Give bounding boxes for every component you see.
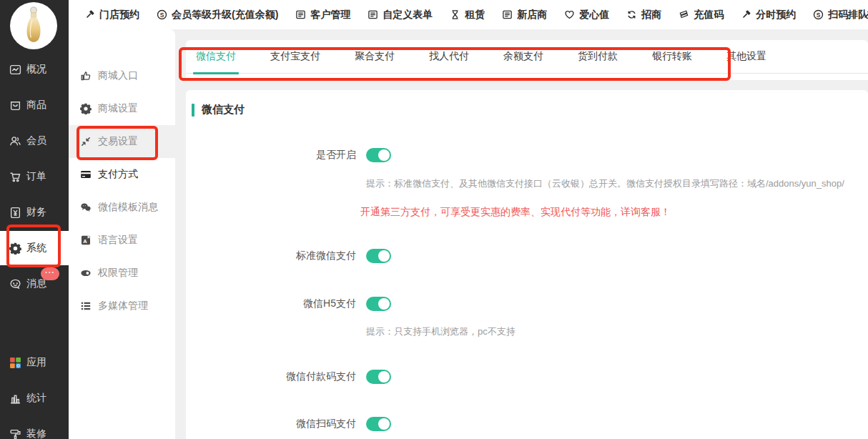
tab-cash-on-delivery[interactable]: 货到付款 <box>575 40 621 74</box>
form-icon <box>502 9 513 20</box>
main-sidebar: 概况 商品 会员 订单 财务 系统 消息 应用 统计 装修 <box>0 0 69 439</box>
section-header: 微信支付 <box>192 103 245 117</box>
wechat-paycode-pay-toggle[interactable] <box>366 370 391 384</box>
submenu-item-language-settings[interactable]: A 语言设置 <box>69 224 175 257</box>
topbar-item-store-booking[interactable]: 门店预约 <box>84 9 139 21</box>
topbar-item-timeslot-booking[interactable]: 分时预约 <box>741 9 796 21</box>
gavel-icon <box>741 9 751 20</box>
tab-wechat-pay[interactable]: 微信支付 <box>193 40 239 74</box>
topbar-item-label: 客户管理 <box>310 9 350 21</box>
s-circle-icon: S <box>157 9 167 20</box>
sidebar-item-label: 应用 <box>26 356 46 369</box>
standard-wechat-pay-toggle[interactable] <box>366 249 391 263</box>
submenu-item-trade-settings[interactable]: 交易设置 <box>69 125 175 158</box>
sidebar-item-overview[interactable]: 概况 <box>0 52 69 87</box>
enable-toggle[interactable] <box>366 148 391 162</box>
wechat-pay-settings-card: 微信支付 是否开启 提示：标准微信支付、及其他微信支付接口（云收银）总开关。微信… <box>186 90 868 439</box>
sidebar-item-decorate[interactable]: 装修 <box>0 417 69 439</box>
topbar-item-member-upgrade[interactable]: S 会员等级升级(充值余额) <box>157 9 278 21</box>
orders-icon <box>9 171 21 183</box>
topbar-item-recharge-code[interactable]: 充值码 <box>679 9 724 21</box>
topbar-item-label: 招商 <box>641 9 661 21</box>
payment-tabs-panel: 微信支付 支付宝支付 聚合支付 找人代付 余额支付 货到付款 银行转账 其他设置 <box>186 40 868 80</box>
topbar-item-label: 新店商 <box>517 9 547 21</box>
form-icon <box>368 9 378 20</box>
s-circle-icon: S <box>813 9 824 20</box>
submenu-item-mall-entry[interactable]: 商城入口 <box>69 59 175 92</box>
members-icon <box>9 135 21 147</box>
wechat-h5-pay-toggle[interactable] <box>366 297 391 311</box>
apps-icon <box>9 357 21 369</box>
sidebar-item-finance[interactable]: 财务 <box>0 195 69 230</box>
gear-icon <box>80 103 92 114</box>
submenu-item-payment-methods[interactable]: 支付方式 <box>69 158 175 191</box>
topbar-item-label: 分时预约 <box>756 9 796 21</box>
submenu-item-wechat-template[interactable]: 微信模板消息 <box>69 191 175 224</box>
submenu-item-media-mgmt[interactable]: 多媒体管理 <box>69 290 175 322</box>
tab-bank-transfer[interactable]: 银行转账 <box>649 40 695 74</box>
submenu-item-label: 微信模板消息 <box>98 201 158 214</box>
topbar-plugin-menu: 门店预约 S 会员等级升级(充值余额) 客户管理 自定义表单 租赁 新店商 爱心… <box>69 0 868 29</box>
sidebar-item-system[interactable]: 系统 <box>0 231 69 265</box>
messages-badge: ··· <box>41 267 59 280</box>
tab-aggregate-pay[interactable]: 聚合支付 <box>352 40 398 74</box>
section-accent-bar <box>192 104 194 117</box>
shop-logo-avatar[interactable] <box>10 2 57 49</box>
topbar-item-scan-queue[interactable]: S 扫码排队 <box>813 9 868 21</box>
tab-balance-pay[interactable]: 余额支付 <box>500 40 546 74</box>
decorate-icon <box>9 428 21 439</box>
media-list-icon <box>80 300 92 312</box>
topbar-item-customer-mgmt[interactable]: 客户管理 <box>295 9 350 21</box>
submenu-item-mall-settings[interactable]: 商城设置 <box>69 92 175 125</box>
row-wechat-scan-pay: 微信扫码支付 <box>186 417 868 431</box>
payment-tabs: 微信支付 支付宝支付 聚合支付 找人代付 余额支付 货到付款 银行转账 其他设置 <box>186 40 868 74</box>
wechat-icon <box>80 202 92 213</box>
topbar-item-investment[interactable]: 招商 <box>626 9 661 21</box>
submenu-item-label: 支付方式 <box>98 168 138 181</box>
topbar-item-new-store[interactable]: 新店商 <box>502 9 547 21</box>
submenu-item-label: 交易设置 <box>98 135 138 148</box>
svg-text:S: S <box>817 11 821 19</box>
row-wechat-paycode-pay: 微信付款码支付 <box>186 370 868 384</box>
submenu-item-label: 多媒体管理 <box>98 300 148 312</box>
tab-other-settings[interactable]: 其他设置 <box>724 40 769 74</box>
sidebar-item-goods[interactable]: 商品 <box>0 88 69 122</box>
sidebar-item-label: 商品 <box>26 99 46 112</box>
topbar-item-custom-form[interactable]: 自定义表单 <box>368 9 433 21</box>
system-gear-icon <box>9 242 21 255</box>
trade-icon <box>80 136 92 147</box>
row-label: 微信扫码支付 <box>186 418 356 430</box>
sidebar-item-orders[interactable]: 订单 <box>0 159 69 194</box>
submenu-item-label: 商城入口 <box>98 69 138 82</box>
sidebar-item-label: 订单 <box>26 170 46 183</box>
topbar-item-label: 爱心值 <box>579 9 609 21</box>
tab-pay-for-me[interactable]: 找人代付 <box>426 40 472 74</box>
sidebar-item-label: 财务 <box>26 206 46 219</box>
submenu-item-permission-mgmt[interactable]: 权限管理 <box>69 257 175 290</box>
sidebar-item-members[interactable]: 会员 <box>0 124 69 158</box>
hourglass-icon <box>450 9 460 20</box>
thumb-up-icon <box>80 70 92 82</box>
sidebar-item-label: 装修 <box>26 428 46 439</box>
svg-text:A: A <box>83 238 87 245</box>
sidebar-item-label: 系统 <box>26 242 46 255</box>
wechat-scan-pay-toggle[interactable] <box>366 417 391 431</box>
submenu-item-label: 商城设置 <box>98 102 138 115</box>
row-enable: 是否开启 <box>186 148 868 162</box>
sidebar-item-label: 会员 <box>26 134 46 147</box>
topbar-item-label: 充值码 <box>694 9 724 21</box>
bank-card-icon <box>80 169 92 180</box>
recycle-icon <box>626 9 637 20</box>
finance-icon <box>9 207 21 219</box>
language-icon: A <box>80 235 92 246</box>
sidebar-item-stats[interactable]: 统计 <box>0 381 69 415</box>
topbar-item-love-value[interactable]: 爱心值 <box>564 9 609 21</box>
sidebar-item-apps[interactable]: 应用 <box>0 345 69 380</box>
topbar-item-label: 门店预约 <box>99 9 139 21</box>
submenu-item-label: 语言设置 <box>98 234 138 247</box>
third-party-promo-note: 开通第三方支付，可享受更实惠的费率、实现代付等功能，详询客服！ <box>360 206 671 219</box>
tab-alipay[interactable]: 支付宝支付 <box>267 40 323 74</box>
form-icon <box>295 9 306 20</box>
gavel-icon <box>84 9 95 20</box>
topbar-item-rental[interactable]: 租赁 <box>450 9 485 21</box>
